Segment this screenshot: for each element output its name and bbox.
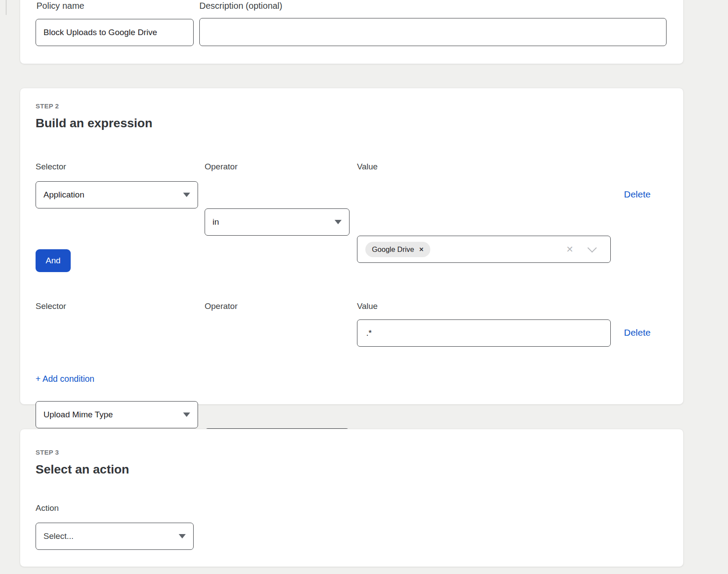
condition-2-selector-value: Upload Mime Type xyxy=(43,410,113,420)
step-2-label: STEP 2 xyxy=(36,102,59,110)
operator-column-label: Operator xyxy=(205,162,238,172)
condition-1-operator-value: in xyxy=(213,217,219,227)
policy-description-input[interactable] xyxy=(199,18,667,46)
condition-2-value-input[interactable] xyxy=(357,319,611,347)
step-3-label: STEP 3 xyxy=(36,448,59,456)
condition-2-delete-link[interactable]: Delete xyxy=(624,327,651,338)
expression-title: Build an expression xyxy=(36,116,152,130)
action-title: Select an action xyxy=(36,463,129,477)
policy-name-label: Policy name xyxy=(36,0,84,11)
selector-column-label: Selector xyxy=(36,301,66,311)
container-edge-line xyxy=(6,0,7,15)
policy-details-card: Policy name Description (optional) xyxy=(20,0,684,64)
caret-down-icon xyxy=(179,534,186,538)
caret-down-icon xyxy=(183,193,190,197)
add-condition-link[interactable]: + Add condition xyxy=(36,374,94,384)
action-dropdown-value: Select... xyxy=(43,531,74,541)
condition-1-value-multiselect[interactable]: Google Drive ✕ ✕ xyxy=(357,236,611,263)
operator-column-label: Operator xyxy=(205,301,238,311)
policy-name-input[interactable] xyxy=(36,19,194,46)
clear-all-icon[interactable]: ✕ xyxy=(566,245,573,254)
condition-1-delete-link[interactable]: Delete xyxy=(624,189,651,200)
caret-down-icon xyxy=(183,413,190,417)
action-dropdown[interactable]: Select... xyxy=(36,523,194,550)
condition-2-selector-dropdown[interactable]: Upload Mime Type xyxy=(36,401,198,428)
value-tag-label: Google Drive xyxy=(372,245,414,254)
action-label: Action xyxy=(36,503,59,513)
remove-tag-icon[interactable]: ✕ xyxy=(419,247,424,252)
condition-1-operator-dropdown[interactable]: in xyxy=(205,208,350,236)
and-join-button[interactable]: And xyxy=(36,249,71,272)
value-column-label: Value xyxy=(357,301,378,311)
policy-description-label: Description (optional) xyxy=(199,0,282,11)
action-card: STEP 3 Select an action Action Select... xyxy=(20,429,684,567)
selector-column-label: Selector xyxy=(36,162,66,172)
condition-1-selector-value: Application xyxy=(43,190,84,200)
expression-builder-card: STEP 2 Build an expression Selector Oper… xyxy=(20,88,684,405)
condition-1-selector-dropdown[interactable]: Application xyxy=(36,181,198,208)
chevron-down-icon[interactable] xyxy=(587,243,597,252)
value-tag: Google Drive ✕ xyxy=(365,242,430,257)
value-column-label: Value xyxy=(357,162,378,172)
caret-down-icon xyxy=(335,220,342,224)
